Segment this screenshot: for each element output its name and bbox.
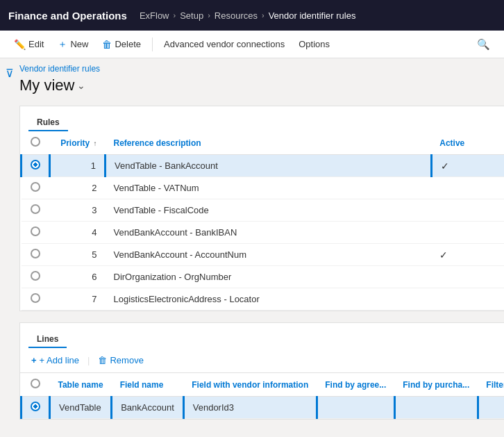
- add-line-button[interactable]: + + Add line: [28, 354, 82, 367]
- lines-col-field-vendor: Field with vendor information: [183, 373, 317, 397]
- lines-col-filter: Filter: [478, 373, 504, 397]
- find-purch-label: Find by purcha...: [403, 380, 469, 390]
- breadcrumb-sep-2: ›: [208, 11, 210, 19]
- filter-sidebar: ⊽: [0, 58, 19, 437]
- lines-col-find-purch: Find by purcha...: [394, 373, 478, 397]
- lines-col-table-name: Table name: [50, 373, 112, 397]
- lines-sep: |: [87, 355, 90, 365]
- delete-label: Delete: [115, 39, 141, 49]
- row-radio-cell[interactable]: [22, 177, 50, 199]
- reference-cell: VendTable - BankAccount: [106, 155, 432, 177]
- filter-label: Filter: [486, 380, 504, 390]
- lines-table: Table name Field name Field with vendor …: [20, 373, 504, 419]
- add-line-icon: +: [31, 355, 37, 365]
- rules-col-checkbox: [22, 131, 50, 155]
- action-toolbar: ✏️ Edit ＋ New 🗑 Delete Advanced vendor c…: [0, 31, 504, 58]
- toolbar-separator: [152, 38, 153, 51]
- reference-cell: VendTable - FiscalCode: [106, 199, 432, 222]
- table-row[interactable]: 3 VendTable - FiscalCode: [22, 199, 505, 222]
- reference-cell: VendTable - VATNum: [106, 177, 432, 199]
- breadcrumb-sep-1: ›: [174, 11, 176, 19]
- page-title-text: My view: [19, 76, 74, 94]
- priority-label: Priority: [60, 138, 90, 148]
- row-radio-icon[interactable]: [31, 271, 40, 281]
- find-agree-cell: [317, 397, 394, 419]
- row-radio-icon[interactable]: [31, 293, 40, 303]
- table-row[interactable]: 2 VendTable - VATNum: [22, 177, 505, 199]
- edit-label: Edit: [28, 39, 44, 49]
- rules-header-radio[interactable]: [31, 137, 40, 147]
- breadcrumb-sep-3: ›: [262, 11, 264, 19]
- lines-section-header: Lines: [28, 329, 67, 348]
- page-title: My view ⌄: [19, 76, 504, 94]
- active-cell: ✓: [431, 244, 504, 266]
- find-agree-label: Find by agree...: [325, 380, 386, 390]
- view-chevron-icon[interactable]: ⌄: [77, 80, 85, 91]
- active-cell: ✓: [431, 155, 504, 177]
- row-radio-icon[interactable]: [31, 160, 40, 170]
- breadcrumb-exflow[interactable]: ExFlow: [140, 10, 169, 21]
- active-label: Active: [439, 138, 464, 148]
- lines-col-field-name: Field name: [112, 373, 184, 397]
- lines-table-header-row: Table name Field name Field with vendor …: [22, 373, 505, 397]
- breadcrumb-setup[interactable]: Setup: [180, 10, 203, 21]
- edit-icon: ✏️: [14, 39, 26, 50]
- table-row[interactable]: 6 DirOrganization - OrgNumber: [22, 266, 505, 288]
- row-radio-icon[interactable]: [31, 402, 40, 411]
- row-radio-icon[interactable]: [31, 249, 40, 258]
- breadcrumb-current: Vendor identifier rules: [269, 10, 356, 21]
- rules-col-priority[interactable]: Priority ↑: [50, 131, 106, 155]
- table-name-cell: VendTable: [50, 397, 112, 419]
- breadcrumb-resources[interactable]: Resources: [215, 10, 258, 21]
- find-purch-cell: [394, 397, 478, 419]
- row-radio-icon[interactable]: [31, 182, 40, 192]
- row-radio-cell[interactable]: [22, 199, 50, 222]
- rules-table-header-row: Priority ↑ Reference description Active: [22, 131, 505, 155]
- priority-cell: 5: [50, 244, 106, 266]
- active-cell: [431, 288, 504, 311]
- field-name-cell: BankAccount: [112, 397, 184, 419]
- filter-icon[interactable]: ⊽: [6, 67, 14, 80]
- rules-table: Priority ↑ Reference description Active: [20, 131, 504, 311]
- main-area: Vendor identifier rules My view ⌄ Rules: [19, 58, 504, 437]
- row-radio-cell[interactable]: [22, 244, 50, 266]
- table-row[interactable]: 5 VendBankAccount - AccountNum ✓: [22, 244, 505, 266]
- row-radio-cell[interactable]: [22, 155, 50, 177]
- search-icon[interactable]: 🔍: [471, 35, 496, 53]
- remove-button[interactable]: 🗑 Remove: [95, 354, 146, 367]
- remove-label: Remove: [110, 355, 143, 365]
- priority-cell: 6: [50, 266, 106, 288]
- check-icon: ✓: [439, 249, 448, 261]
- row-radio-cell[interactable]: [22, 222, 50, 244]
- row-radio-icon[interactable]: [31, 204, 40, 214]
- active-cell: [431, 266, 504, 288]
- reference-cell: VendBankAccount - BankIBAN: [106, 222, 432, 244]
- row-radio-cell[interactable]: [22, 266, 50, 288]
- rules-col-active: Active: [431, 131, 504, 155]
- row-radio-icon[interactable]: [31, 226, 40, 236]
- lines-col-find-agree: Find by agree...: [317, 373, 394, 397]
- lines-col-checkbox: [22, 373, 50, 397]
- delete-button[interactable]: 🗑 Delete: [96, 36, 146, 53]
- row-radio-cell[interactable]: [22, 288, 50, 311]
- page-inner: ⊽ Vendor identifier rules My view ⌄ Rule…: [0, 58, 504, 437]
- edit-button[interactable]: ✏️ Edit: [8, 36, 49, 53]
- options-button[interactable]: Options: [293, 36, 335, 52]
- row-radio-cell[interactable]: [22, 397, 50, 419]
- lines-header-radio[interactable]: [31, 379, 40, 388]
- new-button[interactable]: ＋ New: [52, 35, 94, 53]
- table-row[interactable]: 4 VendBankAccount - BankIBAN: [22, 222, 505, 244]
- table-row[interactable]: 1 VendTable - BankAccount ✓: [22, 155, 505, 177]
- table-row[interactable]: 7 LogisticsElectronicAddress - Locator: [22, 288, 505, 311]
- reference-cell: VendBankAccount - AccountNum: [106, 244, 432, 266]
- rules-col-reference: Reference description: [106, 131, 432, 155]
- app-brand: Finance and Operations: [8, 10, 140, 22]
- table-name-label: Table name: [58, 380, 103, 390]
- active-cell: [431, 222, 504, 244]
- new-label: New: [70, 39, 88, 49]
- table-row[interactable]: VendTable BankAccount VendorId3: [22, 397, 505, 419]
- lines-action-bar: + + Add line | 🗑 Remove: [20, 348, 504, 373]
- field-vendor-cell: VendorId3: [183, 397, 317, 419]
- advanced-vendor-button[interactable]: Advanced vendor connections: [158, 36, 290, 52]
- add-line-label: + Add line: [40, 355, 79, 365]
